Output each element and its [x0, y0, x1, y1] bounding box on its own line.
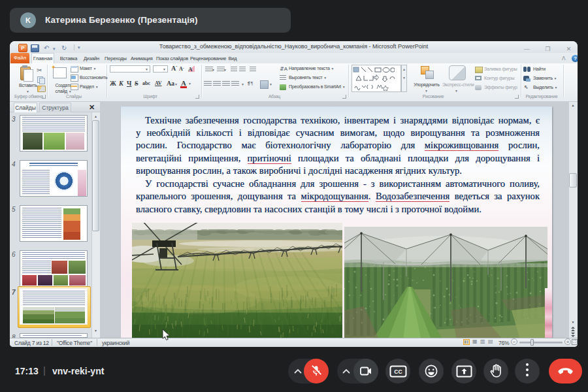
- svg-text:CC: CC: [394, 368, 402, 375]
